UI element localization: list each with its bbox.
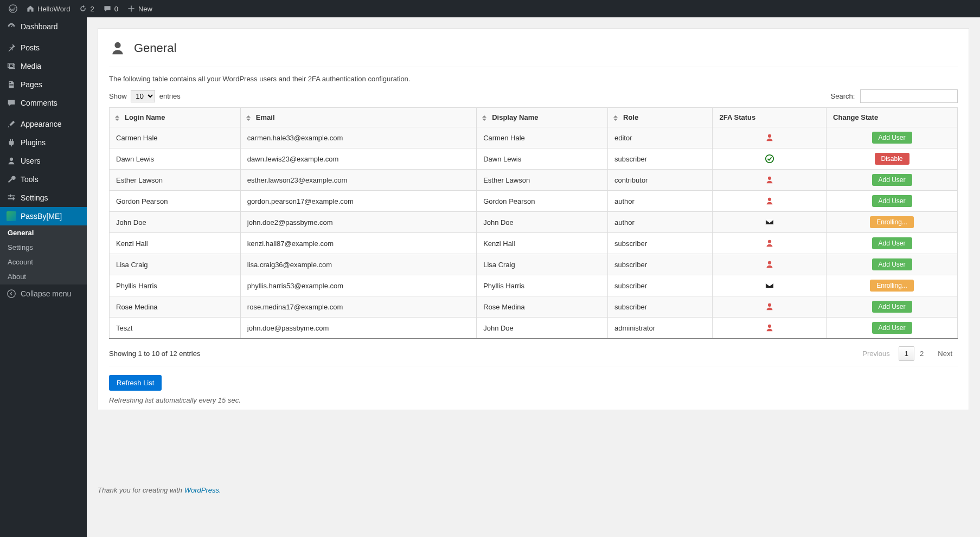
main-content: General The following table contains all… bbox=[87, 17, 980, 537]
search-control: Search: bbox=[831, 89, 958, 103]
cell-status bbox=[713, 148, 827, 170]
sidebar-item-tools[interactable]: Tools bbox=[0, 170, 87, 189]
table-row: Gordon Pearsongordon.pearson17@example.c… bbox=[110, 191, 958, 212]
col-login[interactable]: Login Name bbox=[110, 108, 241, 127]
cell-role: subscriber bbox=[608, 148, 713, 170]
wordpress-icon bbox=[9, 4, 17, 13]
col-role[interactable]: Role bbox=[608, 108, 713, 127]
comments-link[interactable]: 0 bbox=[99, 0, 123, 17]
new-link[interactable]: New bbox=[123, 0, 157, 17]
sidebar-item-dashboard[interactable]: Dashboard bbox=[0, 17, 87, 36]
updates-link[interactable]: 2 bbox=[74, 0, 98, 17]
brush-icon bbox=[7, 119, 16, 129]
add-button[interactable]: Add User bbox=[872, 237, 912, 249]
cell-display: Kenzi Hall bbox=[477, 233, 608, 254]
cell-action: Add User bbox=[827, 191, 958, 212]
sidebar-item-plugins[interactable]: Plugins bbox=[0, 133, 87, 152]
plus-icon bbox=[127, 4, 136, 13]
cell-display: Esther Lawson bbox=[477, 170, 608, 191]
refresh-list-button[interactable]: Refresh List bbox=[109, 375, 162, 391]
check-status-icon bbox=[765, 154, 774, 164]
cell-email: esther.lawson23@example.com bbox=[240, 170, 476, 191]
cell-email: lisa.craig36@example.com bbox=[240, 254, 476, 275]
collapse-menu[interactable]: Collapse menu bbox=[0, 284, 87, 303]
sidebar-item-passby-me-[interactable]: PassBy[ME] bbox=[0, 207, 87, 225]
cell-role: editor bbox=[608, 127, 713, 148]
submenu-item-general[interactable]: General bbox=[0, 225, 87, 240]
cell-status bbox=[713, 296, 827, 318]
disable-button[interactable]: Disable bbox=[875, 153, 909, 165]
enrolling-button[interactable]: Enrolling... bbox=[870, 216, 914, 228]
table-row: Lisa Craiglisa.craig36@example.comLisa C… bbox=[110, 254, 958, 275]
search-input[interactable] bbox=[860, 89, 958, 103]
person-icon bbox=[7, 156, 16, 166]
entries-select[interactable]: 10 bbox=[131, 90, 155, 102]
search-label: Search: bbox=[831, 92, 855, 100]
add-button[interactable]: Add User bbox=[872, 322, 912, 334]
pages-icon bbox=[7, 80, 16, 89]
table-row: Kenzi Hallkenzi.hall87@example.comKenzi … bbox=[110, 233, 958, 254]
cell-role: administrator bbox=[608, 318, 713, 339]
wp-logo[interactable] bbox=[4, 0, 22, 17]
add-button[interactable]: Add User bbox=[872, 258, 912, 270]
new-label: New bbox=[138, 5, 152, 13]
site-name-label: HelloWord bbox=[37, 5, 70, 13]
pagination-page-2[interactable]: 2 bbox=[914, 347, 929, 360]
submenu-item-account[interactable]: Account bbox=[0, 255, 87, 269]
site-name-link[interactable]: HelloWord bbox=[22, 0, 74, 17]
wordpress-link[interactable]: WordPress. bbox=[184, 486, 221, 494]
sidebar-item-settings[interactable]: Settings bbox=[0, 189, 87, 207]
table-row: Rose Medinarose.medina17@example.comRose… bbox=[110, 296, 958, 318]
add-button[interactable]: Add User bbox=[872, 132, 912, 144]
cell-display: Gordon Pearson bbox=[477, 191, 608, 212]
refresh-note: Refreshing list automatically every 15 s… bbox=[109, 396, 958, 404]
enrolling-button[interactable]: Enrolling... bbox=[870, 280, 914, 292]
collapse-icon bbox=[7, 289, 16, 299]
cell-email: carmen.hale33@example.com bbox=[240, 127, 476, 148]
sidebar-item-media[interactable]: Media bbox=[0, 57, 87, 75]
submenu-item-about[interactable]: About bbox=[0, 269, 87, 284]
cell-status bbox=[713, 212, 827, 233]
comment-icon bbox=[7, 98, 16, 108]
pagination-next[interactable]: Next bbox=[932, 347, 958, 360]
updates-count: 2 bbox=[90, 5, 94, 13]
sidebar-item-appearance[interactable]: Appearance bbox=[0, 115, 87, 133]
cell-email: john.doe2@passbyme.com bbox=[240, 212, 476, 233]
table-row: Esther Lawsonesther.lawson23@example.com… bbox=[110, 170, 958, 191]
cell-role: subscriber bbox=[608, 254, 713, 275]
pagination-page-1[interactable]: 1 bbox=[899, 346, 914, 361]
person-icon bbox=[109, 40, 126, 57]
add-button[interactable]: Add User bbox=[872, 174, 912, 186]
cell-role: author bbox=[608, 212, 713, 233]
col-email[interactable]: Email bbox=[240, 108, 476, 127]
cell-login: Rose Medina bbox=[110, 296, 241, 318]
cell-action: Enrolling... bbox=[827, 275, 958, 296]
sidebar-item-pages[interactable]: Pages bbox=[0, 75, 87, 94]
home-icon bbox=[26, 4, 35, 13]
pagination-previous[interactable]: Previous bbox=[857, 347, 895, 360]
table-row: John Doejohn.doe2@passbyme.comJohn Doeau… bbox=[110, 212, 958, 233]
cell-role: author bbox=[608, 191, 713, 212]
add-button[interactable]: Add User bbox=[872, 301, 912, 313]
add-button[interactable]: Add User bbox=[872, 195, 912, 207]
submenu-item-settings[interactable]: Settings bbox=[0, 240, 87, 255]
cell-login: Carmen Hale bbox=[110, 127, 241, 148]
plug-icon bbox=[7, 138, 16, 147]
envelope-status-icon bbox=[765, 281, 774, 290]
person-status-icon bbox=[765, 302, 774, 312]
cell-action: Disable bbox=[827, 148, 958, 170]
col-status: 2FA Status bbox=[713, 108, 827, 127]
sidebar-item-users[interactable]: Users bbox=[0, 152, 87, 170]
passby-icon bbox=[7, 211, 16, 221]
wrench-icon bbox=[7, 174, 16, 184]
refresh-icon bbox=[79, 4, 87, 13]
sidebar-item-posts[interactable]: Posts bbox=[0, 38, 87, 57]
page-title: General bbox=[134, 41, 176, 55]
cell-login: Kenzi Hall bbox=[110, 233, 241, 254]
cell-status bbox=[713, 318, 827, 339]
col-display[interactable]: Display Name bbox=[477, 108, 608, 127]
sidebar-item-comments[interactable]: Comments bbox=[0, 94, 87, 112]
footer-thanks: Thank you for creating with WordPress. bbox=[98, 486, 969, 494]
pin-icon bbox=[7, 43, 16, 53]
person-status-icon bbox=[765, 323, 774, 333]
